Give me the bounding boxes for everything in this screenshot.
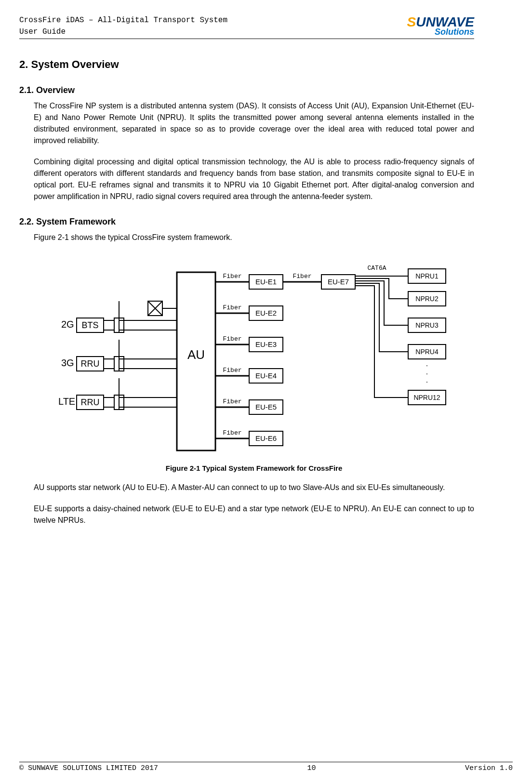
svg-text:EU-E3: EU-E3 xyxy=(255,340,277,348)
box-rru-3g: RRU xyxy=(77,357,104,371)
framework-p2: EU-E supports a daisy-chained network (E… xyxy=(34,503,474,526)
svg-text:NPRU3: NPRU3 xyxy=(415,321,439,329)
cross-box xyxy=(148,301,177,316)
system-framework-diagram: 2G 3G LTE BTS RRU RRU xyxy=(42,253,466,460)
logo: SUNWAVE Solutions xyxy=(407,14,474,37)
fiber-label-1: Fiber xyxy=(223,273,241,280)
eu-e2: EU-E2 xyxy=(249,306,283,320)
logo-icon: S xyxy=(407,14,416,29)
box-rru-lte: RRU xyxy=(77,395,104,410)
svg-text:NPRU4: NPRU4 xyxy=(415,348,439,356)
npru3: NPRU3 xyxy=(408,318,446,332)
svg-text:EU-E5: EU-E5 xyxy=(255,403,277,411)
npru4: NPRU4 xyxy=(408,345,446,359)
fiber-label-6: Fiber xyxy=(223,429,241,437)
cat6a-label: CAT6A xyxy=(367,265,386,272)
npru2: NPRU2 xyxy=(408,292,446,306)
label-2g: 2G xyxy=(61,319,74,330)
fiber-label-3: Fiber xyxy=(223,335,241,343)
coupler-group-2 xyxy=(104,340,177,371)
npru-dot2: . xyxy=(426,368,428,376)
coupler-group-3 xyxy=(104,378,177,410)
fiber-label-5: Fiber xyxy=(223,398,241,405)
svg-text:EU-E7: EU-E7 xyxy=(328,278,349,286)
fiber-label-4: Fiber xyxy=(223,367,241,374)
framework-intro: Figure 2-1 shows the typical CrossFire s… xyxy=(34,232,474,243)
eu-e5: EU-E5 xyxy=(249,400,283,414)
eu-e6: EU-E6 xyxy=(249,431,283,446)
eu-e3: EU-E3 xyxy=(249,337,283,352)
cat6a-links xyxy=(355,276,408,398)
eu-e7: EU-E7 xyxy=(321,275,355,289)
heading-2-2: 2.2. System Framework xyxy=(19,217,474,227)
eu-e4: EU-E4 xyxy=(249,369,283,383)
overview-p2: Combining digital processing and digital… xyxy=(34,156,474,202)
figure-caption: Figure 2-1 Typical System Framework for … xyxy=(34,464,474,472)
npru12: NPRU12 xyxy=(408,390,446,405)
npru-dot3: . xyxy=(426,376,428,384)
svg-text:RRU: RRU xyxy=(81,359,100,369)
label-3g: 3G xyxy=(61,358,74,368)
figure-2-1: 2G 3G LTE BTS RRU RRU xyxy=(34,253,474,472)
svg-text:NPRU2: NPRU2 xyxy=(415,295,439,303)
framework-p1: AU supports star network (AU to EU-E). A… xyxy=(34,482,474,493)
svg-text:EU-E4: EU-E4 xyxy=(255,371,277,380)
doc-title-line2: User Guide xyxy=(19,26,227,38)
heading-2: 2. System Overview xyxy=(19,58,474,71)
svg-text:NPRU1: NPRU1 xyxy=(415,272,439,280)
svg-text:EU-E2: EU-E2 xyxy=(255,309,277,317)
svg-text:NPRU12: NPRU12 xyxy=(413,394,440,401)
svg-text:RRU: RRU xyxy=(81,398,100,407)
coupler-group-1 xyxy=(104,301,177,332)
box-bts: BTS xyxy=(77,318,104,332)
page-header: CrossFire iDAS – All-Digital Transport S… xyxy=(19,14,474,39)
overview-p1: The CrossFire NP system is a distributed… xyxy=(34,100,474,146)
fiber-label-2: Fiber xyxy=(223,304,241,311)
doc-title-line1: CrossFire iDAS – All-Digital Transport S… xyxy=(19,14,227,26)
svg-text:BTS: BTS xyxy=(81,320,98,330)
fiber-label-7: Fiber xyxy=(293,273,311,280)
au-box: AU xyxy=(177,272,215,451)
npru1: NPRU1 xyxy=(408,269,446,283)
heading-2-1: 2.1. Overview xyxy=(19,85,474,95)
svg-text:AU: AU xyxy=(187,347,205,362)
svg-text:EU-E6: EU-E6 xyxy=(255,434,277,442)
svg-text:EU-E1: EU-E1 xyxy=(255,278,277,286)
label-lte: LTE xyxy=(58,396,75,407)
npru-dot1: . xyxy=(426,359,428,368)
eu-e1: EU-E1 xyxy=(249,275,283,289)
header-text: CrossFire iDAS – All-Digital Transport S… xyxy=(19,14,227,38)
